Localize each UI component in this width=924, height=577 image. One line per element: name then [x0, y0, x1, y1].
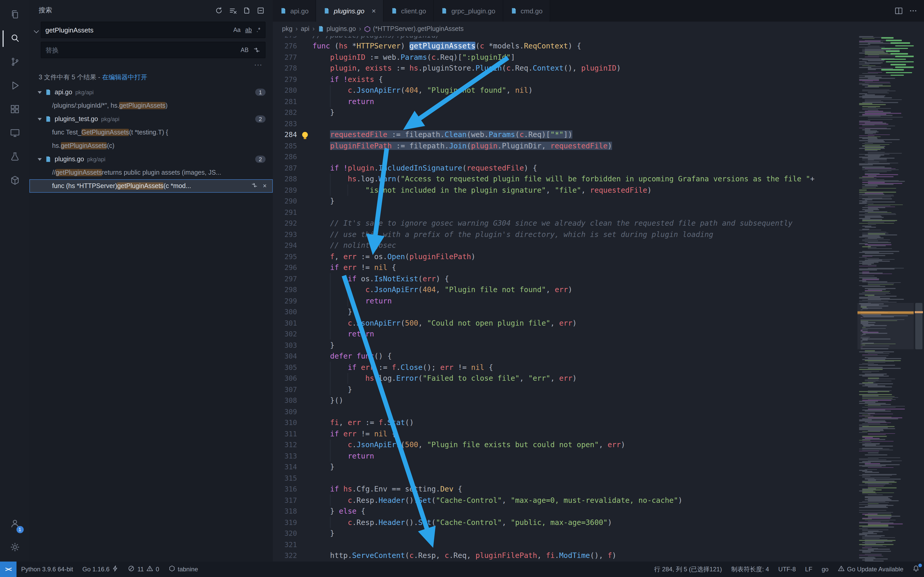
editor-viewport[interactable]: 275// /public/plugins/:pluginId/*276func… [273, 36, 924, 562]
line-number[interactable]: 303 [273, 341, 297, 349]
breadcrumb-item[interactable]: (*HTTPServer).getPluginAssets [364, 25, 464, 32]
code-line[interactable]: 321 [273, 539, 924, 550]
testing-button[interactable] [2, 145, 27, 169]
code-line[interactable]: 294 // nolint:gosec [273, 240, 924, 251]
toggle-search-details-button[interactable]: ··· [254, 61, 262, 69]
preserve-case-toggle[interactable]: AB [239, 46, 250, 54]
code-line[interactable]: 314 } [273, 461, 924, 472]
breadcrumb-item[interactable]: pkg [282, 25, 292, 32]
split-editor-icon[interactable] [894, 6, 903, 15]
replace-input[interactable] [41, 46, 239, 54]
code-line[interactable]: 306 hs.log.Error("Failed to close file",… [273, 373, 924, 384]
encoding[interactable]: UTF-8 [774, 562, 801, 577]
clear-search-results-icon[interactable] [229, 6, 237, 14]
line-number[interactable]: 314 [273, 463, 297, 471]
match-case-toggle[interactable]: Aa [232, 26, 242, 34]
line-number[interactable]: 307 [273, 385, 297, 393]
line-number[interactable]: 290 [273, 197, 297, 205]
line-number[interactable]: 299 [273, 297, 297, 305]
open-new-search-editor-icon[interactable] [243, 6, 250, 14]
collapse-all-icon[interactable] [257, 6, 265, 14]
result-match-row[interactable]: hs.getPluginAssets(c) [29, 139, 273, 153]
result-file-row[interactable]: api.gopkg/api1 [29, 85, 273, 99]
code-line[interactable]: 316 if hs.Cfg.Env == setting.Dev { [273, 484, 924, 495]
packages-button[interactable] [2, 169, 27, 193]
code-line[interactable]: 310 fi, err := f.Stat() [273, 417, 924, 428]
line-number[interactable]: 310 [273, 419, 297, 427]
code-line[interactable]: 278 plugin, exists := hs.pluginStore.Plu… [273, 63, 924, 74]
code-line[interactable]: 296 if err != nil { [273, 262, 924, 273]
line-number[interactable]: 279 [273, 75, 297, 84]
code-line[interactable]: 301 c.JsonApiErr(500, "Could not open pl… [273, 318, 924, 329]
lightbulb-icon[interactable] [297, 132, 312, 137]
regex-toggle[interactable]: .* [255, 26, 262, 34]
minimap-slider[interactable] [858, 303, 914, 349]
result-match-row[interactable]: func Test_GetPluginAssets(t *testing.T) … [29, 126, 273, 139]
language-mode[interactable]: go [817, 562, 833, 577]
tab-size[interactable]: 制表符长度: 4 [727, 562, 774, 577]
code-line[interactable]: 285 pluginFilePath := filepath.Join(plug… [273, 140, 924, 151]
code-line[interactable]: 277 pluginID := web.Params(c.Req)[":plug… [273, 52, 924, 63]
tab-plugins.go[interactable]: plugins.go× [316, 0, 384, 22]
code-line[interactable]: 291 [273, 206, 924, 218]
code-line[interactable]: 322 http.ServeContent(c.Resp, c.Req, plu… [273, 550, 924, 561]
tab-grpc_plugin.go[interactable]: grpc_plugin.go [434, 0, 503, 22]
toggle-replace-button[interactable] [31, 22, 41, 58]
search-input[interactable] [41, 26, 232, 34]
code-line[interactable]: 282 } [273, 107, 924, 118]
code-line[interactable]: 293 // use this with a prefix of the plu… [273, 229, 924, 240]
accounts-button[interactable]: 1 [2, 512, 27, 536]
tabnine[interactable]: tabnine [164, 562, 203, 577]
code-line[interactable]: 281 return [273, 96, 924, 107]
line-number[interactable]: 284 [273, 131, 297, 139]
line-number[interactable]: 276 [273, 42, 297, 50]
remote-explorer-button[interactable] [2, 122, 27, 145]
code-line[interactable]: 318 } else { [273, 506, 924, 517]
result-file-row[interactable]: plugins.gopkg/api2 [29, 153, 273, 166]
scrollbar[interactable] [914, 36, 924, 562]
code-line[interactable]: 290 } [273, 195, 924, 206]
code-line[interactable]: 280 c.JsonApiErr(404, "Plugin not found"… [273, 85, 924, 96]
line-number[interactable]: 319 [273, 518, 297, 527]
result-match-row[interactable]: /plugins/:pluginId/*", hs.getPluginAsset… [29, 99, 273, 112]
result-match-row[interactable]: // getPluginAssets returns public plugin… [29, 166, 273, 179]
code-line[interactable]: 292 // It's safe to ignore gosec warning… [273, 218, 924, 229]
line-number[interactable]: 291 [273, 208, 297, 216]
explorer-button[interactable] [2, 3, 27, 27]
run-and-debug-button[interactable] [2, 74, 27, 98]
more-actions-icon[interactable] [908, 6, 918, 15]
line-number[interactable]: 281 [273, 97, 297, 106]
line-number[interactable]: 283 [273, 119, 297, 128]
line-number[interactable]: 301 [273, 319, 297, 327]
line-number[interactable]: 296 [273, 264, 297, 272]
eol[interactable]: LF [801, 562, 817, 577]
tab-api.go[interactable]: api.go [273, 0, 316, 22]
line-number[interactable]: 321 [273, 540, 297, 549]
line-number[interactable]: 304 [273, 352, 297, 360]
dismiss-match-button[interactable]: × [263, 182, 267, 190]
notifications[interactable] [908, 562, 924, 577]
code-line[interactable]: 288 hs.log.Warn("Access to requested plu… [273, 173, 924, 184]
line-number[interactable]: 302 [273, 330, 297, 338]
line-number[interactable]: 282 [273, 108, 297, 117]
line-number[interactable]: 311 [273, 430, 297, 438]
code-line[interactable]: 305 if err := f.Close(); err != nil { [273, 362, 924, 373]
replace-all-button[interactable] [252, 45, 262, 55]
code-line[interactable]: 289 "is not included in the plugin signa… [273, 184, 924, 195]
line-number[interactable]: 289 [273, 186, 297, 194]
code-line[interactable]: 313 return [273, 450, 924, 461]
code-line[interactable]: 303 } [273, 340, 924, 351]
line-number[interactable]: 286 [273, 153, 297, 161]
code-line[interactable]: 311 if err != nil { [273, 428, 924, 439]
scrollbar-thumb[interactable] [915, 303, 922, 349]
python-version[interactable]: Python 3.9.6 64-bit [16, 562, 78, 577]
go-version[interactable]: Go 1.16.6 [78, 562, 123, 577]
code-line[interactable]: 307 } [273, 384, 924, 395]
remote-indicator[interactable]: >< [0, 562, 16, 577]
line-number[interactable]: 275 [273, 36, 297, 39]
line-number[interactable]: 294 [273, 241, 297, 250]
line-number[interactable]: 278 [273, 64, 297, 73]
close-icon[interactable]: × [372, 7, 376, 15]
replace-match-button[interactable] [251, 182, 258, 190]
code-line[interactable]: 276func (hs *HTTPServer) getPluginAssets… [273, 40, 924, 52]
